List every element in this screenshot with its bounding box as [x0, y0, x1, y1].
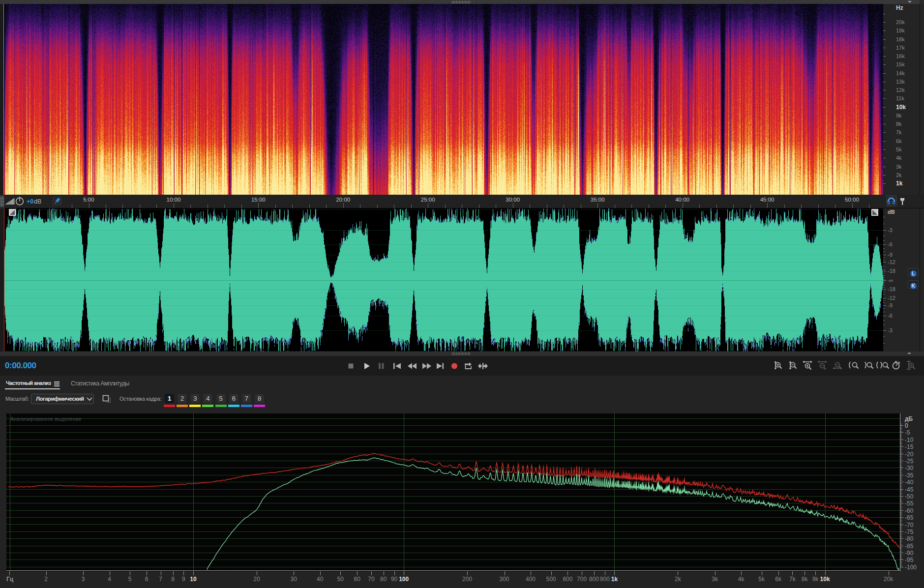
svg-text:dB: dB	[34, 198, 41, 205]
svg-text:+0: +0	[27, 198, 33, 205]
